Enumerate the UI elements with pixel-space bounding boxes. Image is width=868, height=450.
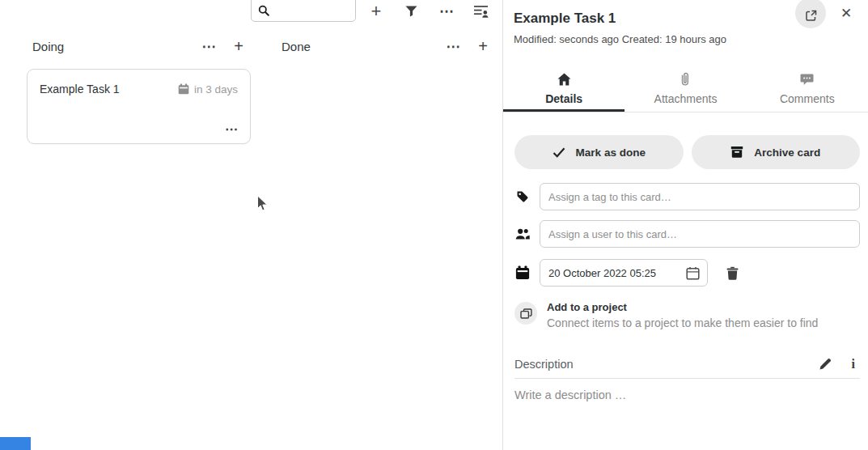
card-details-panel: Example Task 1 Modified: seconds ago Cre… [502, 0, 868, 450]
tab-label: Attachments [654, 92, 718, 106]
search-box[interactable] [251, 0, 356, 22]
archive-icon [730, 146, 743, 159]
column-menu-button[interactable]: ⋯ [199, 36, 218, 56]
board-menu-button[interactable]: ⋯ [438, 0, 455, 23]
stacked-windows-icon [520, 308, 532, 319]
project-subtitle: Connect items to a project to make them … [547, 316, 818, 330]
users-icon [514, 228, 531, 240]
check-icon [553, 147, 565, 158]
close-panel-button[interactable]: ✕ [837, 3, 855, 23]
tag-icon [514, 190, 531, 203]
column-menu-button[interactable]: ⋯ [443, 36, 463, 56]
app-window: + ⋯ Doing ⋯ + [0, 0, 868, 450]
kanban-board: + ⋯ Doing ⋯ + [0, 0, 502, 450]
column-title: Done [282, 40, 311, 53]
description-header: Description i [514, 358, 860, 379]
tab-attachments[interactable]: Attachments [625, 69, 746, 112]
column-header: Done ⋯ + [276, 36, 495, 57]
description-placeholder[interactable]: Write a description … [514, 388, 860, 401]
column-add-button[interactable]: + [473, 36, 493, 56]
user-row [514, 220, 860, 248]
due-date-row: 20 October 2022 05:25 [514, 259, 860, 287]
comment-icon [800, 72, 814, 86]
open-calendar-icon[interactable] [686, 266, 700, 280]
assignee-list-icon[interactable] [472, 4, 489, 19]
description-label: Description [514, 358, 574, 371]
column-header: Doing ⋯ + [27, 36, 251, 57]
tab-label: Comments [780, 92, 835, 106]
tab-comments[interactable]: Comments [747, 69, 868, 112]
user-input[interactable] [540, 220, 860, 248]
project-title: Add to a project [547, 301, 818, 314]
edit-description-button[interactable] [819, 358, 832, 371]
panel-body: Mark as done Archive card [503, 135, 868, 401]
panel-meta: Modified: seconds ago Created: 19 hours … [514, 33, 858, 45]
pencil-icon [819, 358, 832, 371]
search-icon [258, 5, 269, 16]
panel-header: Example Task 1 Modified: seconds ago Cre… [503, 0, 868, 45]
tab-bar: Details Attachments [503, 69, 868, 112]
add-card-button[interactable]: + [366, 0, 386, 23]
mark-as-done-button[interactable]: Mark as done [514, 135, 684, 169]
tab-label: Details [545, 92, 582, 106]
add-to-project-row[interactable]: Add to a project Connect items to a proj… [514, 301, 860, 330]
task-card[interactable]: Example Task 1 in 3 days [27, 69, 251, 144]
mark-as-done-label: Mark as done [576, 146, 646, 159]
card-due-text: in 3 days [194, 83, 238, 96]
calendar-icon [178, 83, 189, 95]
tag-input[interactable] [540, 183, 860, 210]
calendar-icon [514, 265, 531, 280]
project-button[interactable] [514, 302, 537, 325]
archive-card-label: Archive card [754, 146, 820, 159]
filter-icon[interactable] [404, 5, 418, 18]
card-due-badge: in 3 days [178, 83, 238, 96]
card-title: Example Task 1 [40, 83, 120, 96]
tab-details[interactable]: Details [503, 69, 625, 112]
column-add-button[interactable]: + [229, 36, 248, 56]
home-icon [557, 72, 571, 86]
mouse-cursor [256, 195, 269, 213]
card-menu-button[interactable]: ⋯ [225, 124, 238, 135]
due-date-field[interactable]: 20 October 2022 05:25 [540, 259, 708, 287]
paperclip-icon [680, 72, 690, 86]
archive-card-button[interactable]: Archive card [692, 135, 861, 169]
accent-blue-fragment [0, 437, 31, 450]
column-title: Doing [32, 40, 64, 53]
column-done: Done ⋯ + [276, 36, 495, 57]
popout-icon [805, 10, 817, 22]
trash-icon [726, 266, 739, 280]
search-input[interactable] [274, 3, 350, 16]
due-date-value: 20 October 2022 05:25 [548, 267, 656, 279]
info-icon[interactable]: i [852, 358, 855, 371]
delete-due-date-button[interactable] [726, 266, 739, 280]
column-doing: Doing ⋯ + Example Task 1 [27, 36, 251, 144]
tag-row [514, 183, 860, 210]
